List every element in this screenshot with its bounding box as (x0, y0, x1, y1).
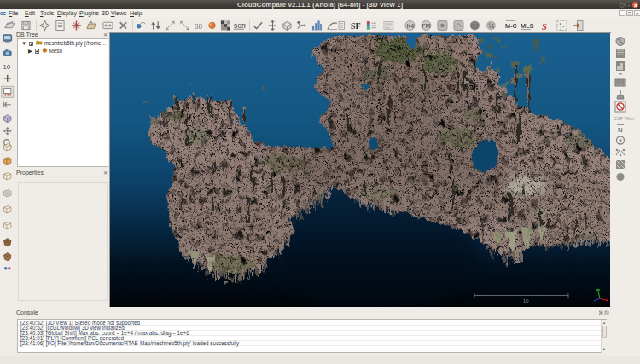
svg-text:S: S (542, 21, 547, 32)
svg-text::: : (560, 26, 561, 31)
svg-text:CSF Filter: CSF Filter (614, 116, 635, 121)
svg-text:10: 10 (3, 63, 10, 71)
svg-text:FM: FM (422, 23, 430, 29)
svg-text:88: 88 (195, 23, 203, 31)
svg-text:SF: SF (351, 21, 361, 31)
svg-text:MLS: MLS (521, 22, 534, 30)
svg-text:M-C: M-C (505, 22, 518, 30)
svg-text:10: 10 (523, 298, 529, 303)
svg-text:N: N (618, 126, 623, 134)
svg-text:SOR: SOR (234, 23, 246, 29)
svg-text:K4: K4 (407, 23, 415, 29)
